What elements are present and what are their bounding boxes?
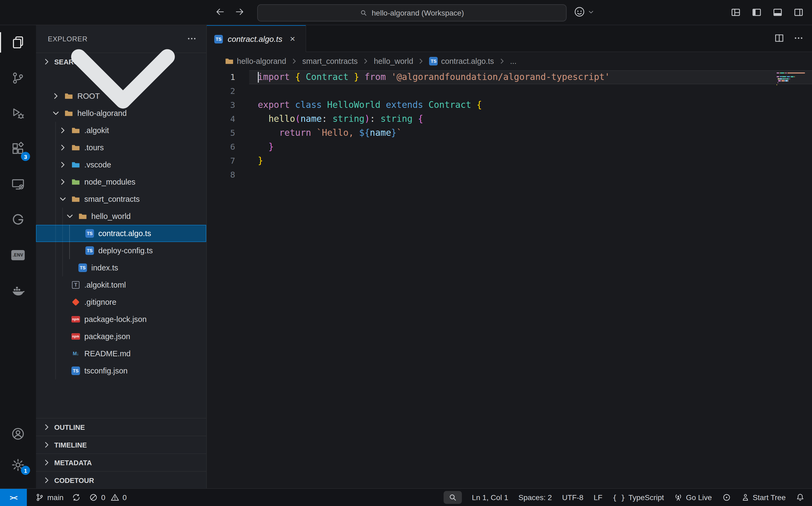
text-cursor xyxy=(258,72,259,83)
tree-item-package-lock-json[interactable]: npmpackage-lock.json xyxy=(36,311,206,328)
activity-docker[interactable] xyxy=(0,273,36,308)
section-outline[interactable]: OUTLINE xyxy=(36,418,206,436)
tree-item-gitignore[interactable]: .gitignore xyxy=(36,293,206,311)
go-live[interactable]: Go Live xyxy=(674,493,712,502)
split-editor-icon[interactable] xyxy=(774,33,784,43)
workspace-header[interactable]: HELLO-ALGOR... xyxy=(36,70,206,87)
activity-env[interactable]: .ENV xyxy=(0,237,36,273)
code-line-8[interactable]: 8 xyxy=(207,168,812,182)
sync-changes[interactable] xyxy=(72,493,81,502)
activity-remote-explorer[interactable] xyxy=(0,166,36,202)
explorer-sidebar: EXPLORER SEARCH HELLO-ALGOR... ROOT hell… xyxy=(36,25,207,489)
toggle-primary-sidebar-icon[interactable] xyxy=(752,7,761,17)
code-line-5[interactable]: 5 return `Hello, ${name}` xyxy=(207,126,812,140)
tree-item-tours[interactable]: .tours xyxy=(36,139,206,156)
tree-item-hello-world[interactable]: hello_world xyxy=(36,208,206,225)
code-line-7[interactable]: 7 } xyxy=(207,154,812,168)
tree-item-package-json[interactable]: npmpackage.json xyxy=(36,328,206,345)
tab-contract-algo-ts[interactable]: TS contract.algo.ts × xyxy=(207,25,306,52)
tree-item-smart-contracts[interactable]: smart_contracts xyxy=(36,190,206,208)
tree-item-label: .gitignore xyxy=(84,298,116,307)
breadcrumb-hello-algorand[interactable]: hello-algorand xyxy=(225,57,286,66)
code-line-4[interactable]: 4 hello(name: string): string { xyxy=(207,112,812,126)
code-editor[interactable]: 1 import { Contract } from '@algorandfou… xyxy=(207,70,812,489)
activity-run-debug[interactable] xyxy=(0,95,36,131)
tree-item-deploy-config-ts[interactable]: TSdeploy-config.ts xyxy=(36,242,206,259)
tree-item-algokit[interactable]: .algokit xyxy=(36,122,206,139)
cursor-position[interactable]: Ln 1, Col 1 xyxy=(472,493,508,502)
code-text[interactable]: return `Hello, ${name}` xyxy=(249,126,402,140)
warnings-icon xyxy=(110,493,119,502)
activity-explorer[interactable] xyxy=(0,25,36,60)
tree-item-tsconfig-json[interactable]: TStsconfig.json xyxy=(36,362,206,380)
notifications[interactable] xyxy=(796,493,805,502)
section-codetour[interactable]: CODETOUR xyxy=(36,471,206,489)
folder-icon xyxy=(71,143,80,152)
tree-item-contract-algo-ts[interactable]: TScontract.algo.ts xyxy=(36,225,206,242)
indent-spacer xyxy=(59,332,67,341)
tree-item-readme-md[interactable]: M↓README.md xyxy=(36,345,206,362)
editor-more-actions-icon[interactable] xyxy=(794,33,803,43)
code-text[interactable]: import { Contract } from '@algorandfound… xyxy=(249,70,610,84)
breadcrumb: hello-algorandsmart_contractshello_world… xyxy=(207,52,812,70)
errors-count: 0 xyxy=(101,493,105,502)
tree-item-label: deploy-config.ts xyxy=(98,246,153,255)
minimap[interactable] xyxy=(777,72,807,91)
breadcrumb-more[interactable]: ... xyxy=(510,57,517,66)
tree-item-index-ts[interactable]: TSindex.ts xyxy=(36,259,206,276)
back-button[interactable] xyxy=(214,6,227,19)
eol[interactable]: LF xyxy=(594,493,603,502)
section-metadata[interactable]: METADATA xyxy=(36,453,206,471)
activity-algokit[interactable] xyxy=(0,202,36,237)
line-number[interactable]: 4 xyxy=(207,112,249,126)
activity-account[interactable] xyxy=(0,418,36,449)
section-timeline[interactable]: TIMELINE xyxy=(36,436,206,453)
line-number[interactable]: 1 xyxy=(207,70,249,84)
explorer-icon xyxy=(11,35,25,50)
line-number[interactable]: 2 xyxy=(207,84,249,98)
indentation[interactable]: Spaces: 2 xyxy=(519,493,552,502)
code-text[interactable]: hello(name: string): string { xyxy=(249,112,423,126)
toggle-secondary-sidebar-icon[interactable] xyxy=(794,7,803,17)
tree-item-algokit-toml[interactable]: T.algokit.toml xyxy=(36,276,206,293)
git-branch[interactable]: main xyxy=(35,493,64,502)
extension-status[interactable] xyxy=(722,493,731,502)
start-tree[interactable]: Start Tree xyxy=(741,493,786,502)
code-text[interactable] xyxy=(249,168,258,182)
tree-item-vscode[interactable]: .vscode xyxy=(36,156,206,173)
code-line-3[interactable]: 3 export class HelloWorld extends Contra… xyxy=(207,98,812,112)
language-mode[interactable]: { }TypeScript xyxy=(612,493,664,502)
tree-item-node-modules[interactable]: node_modules xyxy=(36,173,206,190)
activity-settings[interactable]: 1 xyxy=(0,449,36,480)
git-file-icon xyxy=(71,298,80,307)
code-line-2[interactable]: 2 xyxy=(207,84,812,98)
activity-source-control[interactable] xyxy=(0,60,36,95)
breadcrumb-contract-algo-ts[interactable]: TScontract.algo.ts xyxy=(429,57,494,66)
toggle-panel-icon[interactable] xyxy=(773,7,783,17)
close-tab-icon[interactable]: × xyxy=(287,33,298,44)
line-number[interactable]: 5 xyxy=(207,126,249,140)
activity-extensions[interactable]: 3 xyxy=(0,131,36,166)
breadcrumb-hello-world[interactable]: hello_world xyxy=(374,57,413,66)
line-number[interactable]: 7 xyxy=(207,154,249,168)
code-text[interactable]: } xyxy=(249,140,274,154)
tree-item-hello-algorand[interactable]: hello-algorand xyxy=(36,105,206,122)
code-text[interactable]: } xyxy=(249,154,263,168)
code-text[interactable] xyxy=(249,84,258,98)
problems[interactable]: 0 0 xyxy=(89,493,127,502)
code-line-6[interactable]: 6 } xyxy=(207,140,812,154)
tree-item-root[interactable]: ROOT xyxy=(36,87,206,105)
line-number[interactable]: 8 xyxy=(207,168,249,182)
customize-layout-icon[interactable] xyxy=(731,7,741,17)
breadcrumb-smart-contracts[interactable]: smart_contracts xyxy=(302,57,358,66)
remote-indicator[interactable]: >< xyxy=(0,489,27,506)
code-line-1[interactable]: 1 import { Contract } from '@algorandfou… xyxy=(207,70,812,84)
command-center-search[interactable]: hello-algorand (Workspace) xyxy=(257,4,567,21)
line-number[interactable]: 3 xyxy=(207,98,249,112)
line-number[interactable]: 6 xyxy=(207,140,249,154)
zoom-indicator[interactable] xyxy=(443,491,461,504)
copilot-menu[interactable] xyxy=(574,6,594,18)
forward-button[interactable] xyxy=(233,6,246,19)
encoding[interactable]: UTF-8 xyxy=(562,493,583,502)
code-text[interactable]: export class HelloWorld extends Contract… xyxy=(249,98,482,112)
